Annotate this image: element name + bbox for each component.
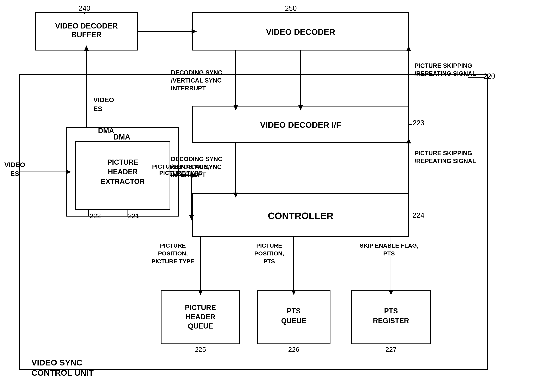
svg-text:225: 225 bbox=[195, 346, 206, 353]
svg-text:EXTRACTOR: EXTRACTOR bbox=[101, 177, 145, 186]
svg-text:SKIP ENABLE FLAG,: SKIP ENABLE FLAG, bbox=[360, 242, 418, 249]
svg-text:VIDEO: VIDEO bbox=[93, 96, 114, 104]
svg-text:INTERRUPT: INTERRUPT bbox=[171, 85, 206, 92]
svg-text:QUEUE: QUEUE bbox=[188, 322, 213, 330]
svg-text:220: 220 bbox=[483, 72, 495, 80]
svg-text:PICTURE TYPE: PICTURE TYPE bbox=[151, 258, 194, 264]
svg-text:221: 221 bbox=[128, 212, 139, 220]
diagram: VIDEO DECODER BUFFER 240 VIDEO DECODER 2… bbox=[0, 0, 557, 392]
svg-text:PTS: PTS bbox=[263, 258, 275, 264]
svg-text:HEADER: HEADER bbox=[186, 313, 215, 321]
svg-text:DMA: DMA bbox=[98, 127, 114, 135]
svg-text:250: 250 bbox=[285, 4, 297, 12]
svg-text:DECODING SYNC: DECODING SYNC bbox=[171, 69, 222, 76]
svg-text:POSITION,: POSITION, bbox=[254, 250, 284, 257]
svg-text:PICTURE SKIPPING: PICTURE SKIPPING bbox=[415, 150, 472, 157]
svg-text:VIDEO DECODER: VIDEO DECODER bbox=[266, 27, 335, 37]
svg-text:POSITION,: POSITION, bbox=[158, 250, 188, 257]
svg-text:VIDEO DECODER I/F: VIDEO DECODER I/F bbox=[260, 120, 341, 130]
svg-text:/REPEATING SIGNAL: /REPEATING SIGNAL bbox=[415, 158, 476, 164]
svg-text:ES: ES bbox=[93, 105, 102, 112]
svg-text:QUEUE: QUEUE bbox=[281, 317, 306, 325]
svg-text:HEADER: HEADER bbox=[108, 168, 138, 176]
svg-text:240: 240 bbox=[79, 4, 90, 12]
svg-text:PICTURE: PICTURE bbox=[160, 242, 186, 249]
svg-text:VIDEO SYNC: VIDEO SYNC bbox=[32, 358, 82, 367]
svg-text:222: 222 bbox=[90, 212, 101, 220]
svg-text:DECODING SYNC: DECODING SYNC bbox=[171, 156, 222, 163]
diagram-svg: VIDEO DECODER BUFFER 240 VIDEO DECODER 2… bbox=[0, 0, 557, 392]
svg-text:PTS: PTS bbox=[287, 307, 301, 315]
svg-text:226: 226 bbox=[288, 346, 299, 353]
svg-text:VIDEO: VIDEO bbox=[4, 161, 25, 168]
svg-text:PTS: PTS bbox=[384, 307, 398, 315]
svg-text:PICTURE: PICTURE bbox=[256, 242, 282, 249]
svg-text:CONTROLLER: CONTROLLER bbox=[268, 211, 333, 221]
svg-text:VIDEO DECODER: VIDEO DECODER bbox=[55, 22, 118, 30]
svg-text:CONTROL UNIT: CONTROL UNIT bbox=[32, 368, 94, 377]
svg-text:INTERRUPT: INTERRUPT bbox=[171, 171, 206, 178]
svg-text:PICTURE: PICTURE bbox=[107, 158, 138, 166]
svg-text:PICTURE SKIPPING: PICTURE SKIPPING bbox=[415, 62, 472, 69]
svg-text:224: 224 bbox=[413, 211, 424, 219]
svg-text:223: 223 bbox=[413, 119, 424, 127]
svg-text:ES: ES bbox=[10, 170, 19, 177]
svg-text:PICTURE: PICTURE bbox=[185, 303, 216, 312]
svg-text:/VERTICAL SYNC: /VERTICAL SYNC bbox=[171, 77, 222, 84]
svg-text:BUFFER: BUFFER bbox=[71, 31, 102, 39]
svg-text:227: 227 bbox=[385, 346, 397, 353]
svg-text:/REPEATING SIGNAL: /REPEATING SIGNAL bbox=[415, 70, 476, 77]
svg-text:PTS: PTS bbox=[383, 250, 395, 257]
svg-text:DMA: DMA bbox=[113, 133, 131, 141]
svg-text:/VERTICAL SYNC: /VERTICAL SYNC bbox=[171, 163, 222, 170]
svg-text:REGISTER: REGISTER bbox=[373, 317, 409, 325]
